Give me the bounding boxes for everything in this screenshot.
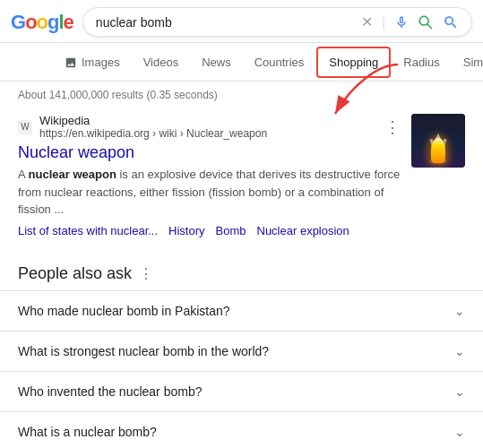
result-header: W Wikipedia https://en.wikipedia.org › w… [18, 114, 401, 140]
tab-simulator[interactable]: Simulator [453, 48, 483, 79]
tab-radius[interactable]: Radius [392, 48, 450, 79]
chevron-icon-4: ⌄ [454, 425, 465, 439]
paa-options-icon[interactable]: ⋮ [139, 265, 153, 282]
voice-search-icon[interactable] [394, 15, 409, 30]
tab-countries[interactable]: Countries [244, 48, 315, 79]
search-bar: nuclear bomb ✕ | [82, 7, 472, 37]
wikipedia-result: W Wikipedia https://en.wikipedia.org › w… [0, 105, 483, 246]
search-tabs: Images Videos News Countries Shopping Ra… [0, 43, 483, 82]
search-icon[interactable] [443, 14, 459, 30]
paa-list: Who made nuclear bomb in Pakistan? ⌄ Wha… [0, 290, 483, 449]
people-also-ask-heading: People also ask ⋮ [0, 254, 483, 290]
site-name: Wikipedia [39, 114, 267, 127]
chevron-icon-3: ⌄ [454, 384, 465, 399]
logo-o2: o [37, 11, 47, 33]
result-menu-icon[interactable]: ⋮ [384, 117, 401, 137]
logo-g2: g [47, 11, 58, 33]
paa-item-3[interactable]: Who invented the nuclear bomb? ⌄ [0, 371, 483, 411]
lens-icon[interactable] [418, 14, 434, 30]
wikipedia-favicon: W [18, 120, 32, 134]
tab-videos[interactable]: Videos [133, 48, 190, 79]
paa-item-2[interactable]: What is strongest nuclear bomb in the wo… [0, 331, 483, 371]
chevron-icon-1: ⌄ [454, 304, 465, 318]
result-snippet: A nuclear weapon is an explosive device … [18, 166, 401, 219]
result-url: https://en.wikipedia.org › wiki › Nuclea… [39, 127, 267, 140]
result-title[interactable]: Nuclear weapon [18, 143, 401, 162]
quick-link-history[interactable]: History [168, 224, 204, 237]
result-quick-links: List of states with nuclear... History B… [18, 224, 401, 237]
logo-e: e [64, 11, 73, 33]
paa-question-3: Who invented the nuclear bomb? [18, 384, 202, 399]
clear-icon[interactable]: ✕ [361, 13, 373, 30]
paa-item-1[interactable]: Who made nuclear bomb in Pakistan? ⌄ [0, 290, 483, 331]
tab-shopping[interactable]: Shopping [316, 47, 391, 78]
chevron-icon-2: ⌄ [454, 344, 465, 358]
quick-link-bomb[interactable]: Bomb [216, 224, 246, 237]
logo-g: G [11, 11, 25, 33]
result-text-content: W Wikipedia https://en.wikipedia.org › w… [18, 114, 401, 237]
quick-link-states[interactable]: List of states with nuclear... [18, 224, 158, 237]
quick-link-explosion[interactable]: Nuclear explosion [257, 224, 349, 237]
tab-images[interactable]: Images [54, 48, 131, 79]
wikipedia-thumbnail [411, 114, 465, 168]
search-bar-icons: ✕ | [361, 13, 459, 30]
result-with-thumbnail: W Wikipedia https://en.wikipedia.org › w… [18, 114, 465, 237]
paa-question-4: What is a nuclear bomb? [18, 425, 157, 439]
top-bar: Google nuclear bomb ✕ | [0, 0, 483, 43]
paa-question-1: Who made nuclear bomb in Pakistan? [18, 304, 230, 318]
result-source: Wikipedia https://en.wikipedia.org › wik… [39, 114, 267, 140]
paa-question-2: What is strongest nuclear bomb in the wo… [18, 344, 269, 358]
search-input[interactable]: nuclear bomb [96, 15, 355, 30]
paa-title: People also ask [18, 264, 132, 283]
results-count: About 141,000,000 results (0.35 seconds) [0, 82, 483, 105]
google-logo: Google [11, 11, 73, 34]
logo-o1: o [25, 11, 36, 33]
paa-item-4[interactable]: What is a nuclear bomb? ⌄ [0, 411, 483, 449]
tab-news[interactable]: News [191, 48, 242, 79]
